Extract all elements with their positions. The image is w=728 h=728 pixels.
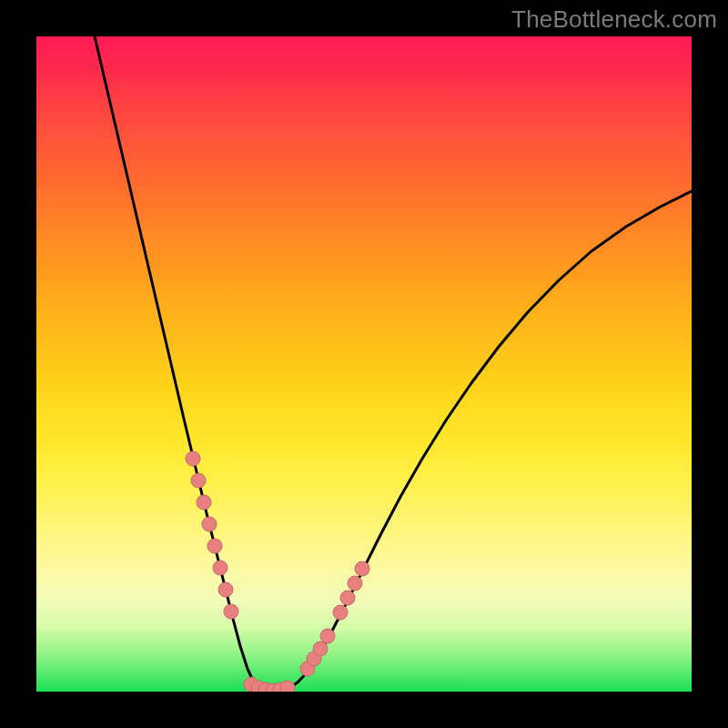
- marker-dot: [340, 591, 355, 605]
- marker-dot: [280, 681, 295, 692]
- marker-dot: [320, 629, 335, 643]
- marker-dot: [207, 539, 222, 553]
- chart-svg: [36, 36, 692, 692]
- marker-dot: [197, 495, 211, 510]
- bottleneck-curve: [95, 36, 692, 691]
- marker-dot: [224, 604, 238, 619]
- marker-dot: [191, 473, 206, 488]
- marker-dot: [313, 642, 328, 656]
- marker-dot: [218, 582, 233, 597]
- marker-dot: [213, 561, 228, 575]
- marker-dot: [333, 605, 348, 620]
- marker-dot: [202, 517, 217, 531]
- chart-frame: TheBottleneck.com: [0, 0, 728, 728]
- marker-dots: [186, 451, 369, 692]
- marker-dot: [355, 561, 369, 576]
- marker-dot: [348, 576, 362, 591]
- plot-area: [36, 36, 692, 692]
- watermark-text: TheBottleneck.com: [511, 5, 717, 34]
- marker-dot: [186, 451, 200, 466]
